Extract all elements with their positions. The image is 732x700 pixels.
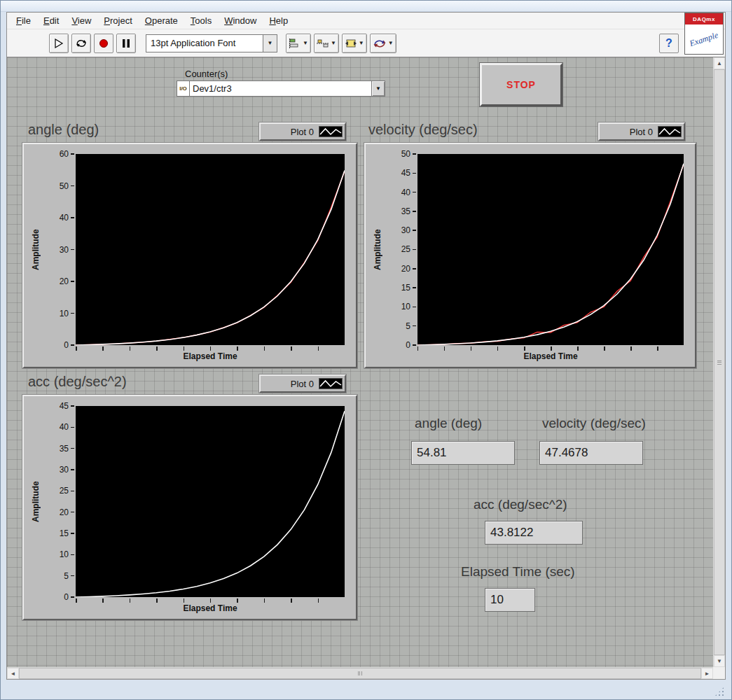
run-button[interactable] xyxy=(49,34,69,53)
scroll-left-button[interactable]: ◄ xyxy=(7,668,19,679)
elapsed-time-indicator-label: Elapsed Time (sec) xyxy=(461,564,575,580)
menu-bar: File Edit View Project Operate Tools Win… xyxy=(7,13,725,29)
horizontal-scrollbar[interactable]: ◄ ► xyxy=(7,667,713,679)
menu-help[interactable]: Help xyxy=(263,13,294,28)
menu-file[interactable]: File xyxy=(10,13,37,28)
menu-project[interactable]: Project xyxy=(97,13,138,28)
resize-objects-icon xyxy=(345,38,357,48)
x-axis-label: Elapsed Time xyxy=(76,603,345,616)
scroll-down-button[interactable]: ▼ xyxy=(714,655,725,667)
menu-tools[interactable]: Tools xyxy=(184,13,218,28)
font-selector-value: 13pt Application Font xyxy=(146,34,263,52)
toolbar: 13pt Application Font ▼ ▼ ▼ xyxy=(7,29,725,57)
reorder-icon xyxy=(373,38,387,49)
reorder-objects-button[interactable]: ▼ xyxy=(370,34,396,53)
run-continuous-icon xyxy=(75,38,88,49)
y-axis-label: Amplitude xyxy=(371,154,384,345)
menu-view[interactable]: View xyxy=(65,13,97,28)
counter-label: Counter(s) xyxy=(185,69,228,79)
pause-icon xyxy=(122,38,130,48)
velocity-indicator-label: velocity (deg/sec) xyxy=(542,416,646,431)
waveform-icon xyxy=(319,378,343,389)
window-bottom-frame xyxy=(1,680,731,699)
x-axis-label: Elapsed Time xyxy=(76,351,345,364)
example-logo-text: Example xyxy=(689,29,720,48)
angle-indicator-value: 54.81 xyxy=(411,441,515,465)
resize-dropdown-arrow[interactable]: ▼ xyxy=(359,40,364,46)
x-axis-ticks xyxy=(76,598,345,603)
distribute-dropdown-arrow[interactable]: ▼ xyxy=(331,40,336,46)
distribute-objects-icon xyxy=(317,38,329,48)
font-selector-dropdown[interactable]: ▼ xyxy=(263,34,277,52)
elapsed-time-indicator-value: 10 xyxy=(485,588,535,612)
angle-indicator-label: angle (deg) xyxy=(415,416,482,431)
plot-legend-acc[interactable]: Plot 0 xyxy=(259,374,346,393)
distribute-objects-button[interactable]: ▼ xyxy=(314,34,339,53)
scroll-up-button[interactable]: ▲ xyxy=(714,57,725,69)
x-axis-label: Elapsed Time xyxy=(417,351,684,364)
stop-button[interactable]: STOP xyxy=(480,63,562,106)
acc-indicator-value: 43.8122 xyxy=(485,521,583,545)
scrollbar-corner xyxy=(713,667,725,679)
io-icon: I/O xyxy=(177,80,189,97)
y-axis-ticks: 50454035302520151050 xyxy=(384,154,417,345)
chart-title-angle: angle (deg) xyxy=(28,122,99,138)
waveform-chart-acc[interactable]: Amplitude 454035302520151050 Elapsed Tim… xyxy=(22,395,357,620)
align-objects-button[interactable]: ▼ xyxy=(286,34,311,53)
counter-channel-control[interactable]: I/O Dev1/ctr3 ▼ xyxy=(177,80,385,97)
abort-icon xyxy=(99,38,109,48)
align-objects-icon xyxy=(289,38,301,48)
legend-label: Plot 0 xyxy=(630,127,653,137)
plot-area xyxy=(76,406,345,597)
resize-objects-button[interactable]: ▼ xyxy=(342,34,367,53)
app-window: File Edit View Project Operate Tools Win… xyxy=(0,0,732,700)
acc-indicator-label: acc (deg/sec^2) xyxy=(474,497,567,512)
x-axis-ticks xyxy=(417,346,684,351)
velocity-indicator-value: 47.4678 xyxy=(539,441,643,465)
x-axis-ticks xyxy=(76,346,345,351)
waveform-chart-angle[interactable]: Amplitude 6050403020100 Elapsed Time xyxy=(22,143,357,368)
counter-dropdown-arrow[interactable]: ▼ xyxy=(372,80,385,97)
y-axis-label: Amplitude xyxy=(29,154,42,345)
align-dropdown-arrow[interactable]: ▼ xyxy=(303,40,308,46)
scroll-right-button[interactable]: ► xyxy=(701,668,713,679)
run-continuously-button[interactable] xyxy=(71,34,91,53)
app-frame: File Edit View Project Operate Tools Win… xyxy=(6,12,726,680)
y-axis-label: Amplitude xyxy=(29,406,42,597)
resize-grip[interactable] xyxy=(714,687,724,696)
vertical-scrollbar[interactable]: ▲ ▼ xyxy=(713,57,725,667)
legend-label: Plot 0 xyxy=(291,127,314,137)
chart-title-velocity: velocity (deg/sec) xyxy=(368,122,478,138)
chart-title-acc: acc (deg/sec^2) xyxy=(28,374,127,390)
window-titlebar[interactable] xyxy=(1,1,731,12)
front-panel: Counter(s) I/O Dev1/ctr3 ▼ STOP angle (d… xyxy=(7,57,713,667)
run-arrow-icon xyxy=(53,38,64,49)
pause-button[interactable] xyxy=(116,34,136,53)
menu-window[interactable]: Window xyxy=(218,13,263,28)
y-axis-ticks: 454035302520151050 xyxy=(42,406,76,597)
plot-legend-velocity[interactable]: Plot 0 xyxy=(598,122,685,141)
abort-button[interactable] xyxy=(94,34,113,53)
waveform-chart-velocity[interactable]: Amplitude 50454035302520151050 Elapsed T… xyxy=(364,143,696,368)
y-axis-ticks: 6050403020100 xyxy=(42,154,76,345)
daqmx-logo-text: DAQmx xyxy=(685,13,723,24)
reorder-dropdown-arrow[interactable]: ▼ xyxy=(388,40,394,46)
font-selector[interactable]: 13pt Application Font ▼ xyxy=(146,34,277,52)
plot-area xyxy=(417,154,684,345)
counter-channel-value[interactable]: Dev1/ctr3 xyxy=(189,80,372,97)
waveform-icon xyxy=(658,126,682,137)
daqmx-example-logo: DAQmx Example xyxy=(684,13,724,55)
plot-area xyxy=(76,154,345,345)
horizontal-scrollbar-thumb[interactable] xyxy=(19,668,701,679)
vertical-scrollbar-thumb[interactable] xyxy=(714,69,725,655)
menu-edit[interactable]: Edit xyxy=(37,13,65,28)
plot-legend-angle[interactable]: Plot 0 xyxy=(259,122,346,141)
legend-label: Plot 0 xyxy=(291,379,314,389)
context-help-button[interactable]: ? xyxy=(659,34,679,53)
waveform-icon xyxy=(319,126,343,137)
menu-operate[interactable]: Operate xyxy=(139,13,184,28)
